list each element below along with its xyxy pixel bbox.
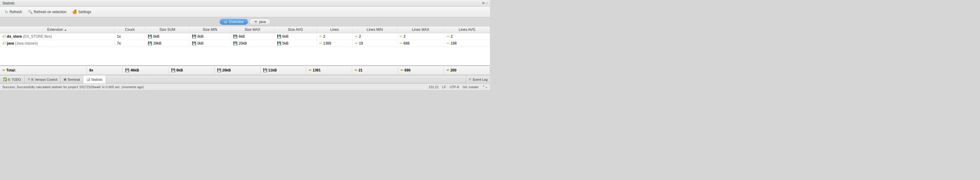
cell-size-avg: 💾 6kB: [274, 33, 317, 40]
col-lines-max[interactable]: Lines MAX: [397, 26, 444, 33]
cell-size-sum: 💾 39kB: [145, 40, 189, 47]
tag-icon: 🏷: [2, 34, 6, 39]
refresh-button[interactable]: ↻ Refresh: [2, 9, 24, 15]
pencil-icon: ✏: [447, 34, 450, 39]
total-lines: ✏ 1391: [306, 67, 352, 74]
cell-size-min: 💾 0kB: [189, 40, 231, 47]
tab-java[interactable]: ☕ java: [249, 19, 270, 25]
pencil-icon: ✏: [399, 41, 402, 45]
overview-icon: 🗂: [224, 20, 228, 24]
todo-icon: ✅: [3, 77, 7, 81]
pencil-icon-5: ✏: [446, 68, 449, 72]
bottom-tab-statistic[interactable]: 📊 Statistic: [83, 76, 106, 84]
title-bar-controls: ⚙ ↕: [482, 1, 488, 5]
statistics-table: Extension ▲ Count Size SUM Size MIN Size…: [0, 26, 490, 66]
floppy-icon: 💾: [192, 34, 196, 39]
bottom-tab-terminal[interactable]: ▣ Terminal: [60, 76, 83, 84]
cell-count: 1x: [115, 33, 145, 40]
cell-size-sum: 💾 6kB: [145, 33, 189, 40]
settings-icon: 🍊: [72, 10, 77, 14]
total-label: ✏ Total:: [0, 67, 87, 74]
status-right: 231:21 LF UTF-8 Git: master ⌃⌄: [429, 85, 488, 89]
total-lines-max: ✏ 690: [398, 67, 444, 74]
vcs-chevron-icon: ⌃⌄: [482, 85, 488, 89]
magnifier-icon: 🔍: [28, 10, 33, 14]
cursor-position: 231:21: [429, 85, 439, 89]
encoding: UTF-8: [450, 85, 459, 89]
cell-lines-min: ✏ 19: [352, 40, 397, 47]
vc-icon: ⑨: [27, 77, 30, 81]
event-log-tab[interactable]: ⑥ Event Log: [466, 76, 490, 84]
settings-button[interactable]: 🍊 Settings: [70, 9, 94, 15]
table-header-row: Extension ▲ Count Size SUM Size MIN Size…: [0, 26, 490, 33]
bottom-tab-statistic-label: Statistic: [91, 78, 103, 81]
col-size-max[interactable]: Size MAX: [231, 26, 275, 33]
pencil-icon-4: ✏: [401, 68, 404, 72]
pencil-icon: ✏: [319, 34, 322, 39]
total-size-avg: 💾 11kB: [260, 67, 306, 74]
statistic-icon: 📊: [86, 77, 91, 81]
table-row[interactable]: 🏷 java (Java classes) 7x 💾 39kB 💾 0kB 💾 …: [0, 40, 490, 47]
status-bar: Success: Successfully calculated statist…: [0, 84, 490, 90]
cell-extension: 🏷 ds_store (DS_STORE files): [0, 33, 115, 40]
view-tabs: 🗂 Overview ☕ java: [0, 17, 490, 26]
col-lines-min[interactable]: Lines MIN: [352, 26, 397, 33]
floppy-icon-3: 💾: [217, 68, 221, 72]
floppy-icon: 💾: [148, 41, 152, 45]
floppy-icon: 💾: [277, 34, 282, 39]
cell-size-max: 💾 6kB: [231, 33, 275, 40]
col-size-min[interactable]: Size MIN: [189, 26, 231, 33]
col-count[interactable]: Count: [115, 26, 145, 33]
tab-overview[interactable]: 🗂 Overview: [220, 19, 248, 25]
refresh-on-selection-button[interactable]: 🔍 Refresh on selection: [25, 9, 68, 15]
tab-java-label: java: [259, 20, 266, 24]
tag-icon: 🏷: [2, 41, 6, 45]
bottom-tab-vc-label: 9: Version Control: [31, 78, 57, 81]
pencil-icon: ✏: [447, 41, 450, 45]
floppy-icon-2: 💾: [171, 68, 175, 72]
col-lines[interactable]: Lines: [317, 26, 352, 33]
status-message: Success: Successfully calculated statist…: [2, 85, 144, 89]
floppy-icon: 💾: [148, 34, 152, 39]
pencil-icon-3: ✏: [355, 68, 358, 72]
refresh-on-selection-label: Refresh on selection: [34, 10, 66, 14]
pencil-icon: ✏: [355, 34, 358, 39]
col-extension[interactable]: Extension ▲: [0, 26, 115, 33]
bottom-tab-bar: ✅ 6: TODO ⑨ 9: Version Control ▣ Termina…: [0, 75, 490, 84]
cell-lines-max: ✏ 2: [397, 33, 444, 40]
floppy-icon: 💾: [233, 41, 237, 45]
table-row[interactable]: 🏷 ds_store (DS_STORE files) 1x 💾 6kB 💾 6…: [0, 33, 490, 40]
bottom-tab-todo[interactable]: ✅ 6: TODO: [0, 76, 24, 84]
cell-lines-avg: ✏ 2: [444, 33, 490, 40]
total-lines-min: ✏ 21: [352, 67, 398, 74]
title-bar: Statistic ⚙ ↕: [0, 0, 490, 6]
floppy-icon-4: 💾: [263, 68, 267, 72]
pencil-icon: ✏: [2, 68, 5, 72]
floppy-icon: 💾: [192, 41, 196, 45]
event-log-label: Event Log: [473, 78, 488, 81]
java-icon: ☕: [254, 20, 258, 24]
bottom-tab-vc[interactable]: ⑨ 9: Version Control: [24, 76, 60, 84]
cell-lines: ✏ 1389: [317, 40, 352, 47]
col-lines-avg[interactable]: Lines AVG: [444, 26, 490, 33]
total-row: ✏ Total: 8x 💾 46kB 💾 6kB 💾 26kB 💾 11kB: [0, 66, 490, 75]
refresh-label: Refresh: [10, 10, 22, 14]
col-size-avg[interactable]: Size AVG: [274, 26, 317, 33]
cell-count: 7x: [115, 40, 145, 47]
total-size-max: 💾 26kB: [214, 67, 260, 74]
col-size-sum[interactable]: Size SUM: [145, 26, 189, 33]
total-size-min: 💾 6kB: [168, 67, 214, 74]
pencil-icon: ✏: [399, 34, 402, 39]
floppy-icon: 💾: [233, 34, 237, 39]
cell-lines-max: ✏ 688: [397, 40, 444, 47]
settings-gear-icon[interactable]: ⚙ ↕: [482, 1, 488, 5]
settings-label: Settings: [78, 10, 91, 14]
cell-size-min: 💾 6kB: [189, 33, 231, 40]
vcs-branch: Git: master: [463, 85, 479, 89]
floppy-icon: 💾: [125, 68, 129, 72]
cell-lines: ✏ 2: [317, 33, 352, 40]
cell-extension: 🏷 java (Java classes): [0, 40, 115, 47]
cell-lines-avg: ✏ 198: [444, 40, 490, 47]
cell-size-max: 💾 20kB: [231, 40, 275, 47]
event-log-icon: ⑥: [469, 77, 471, 81]
